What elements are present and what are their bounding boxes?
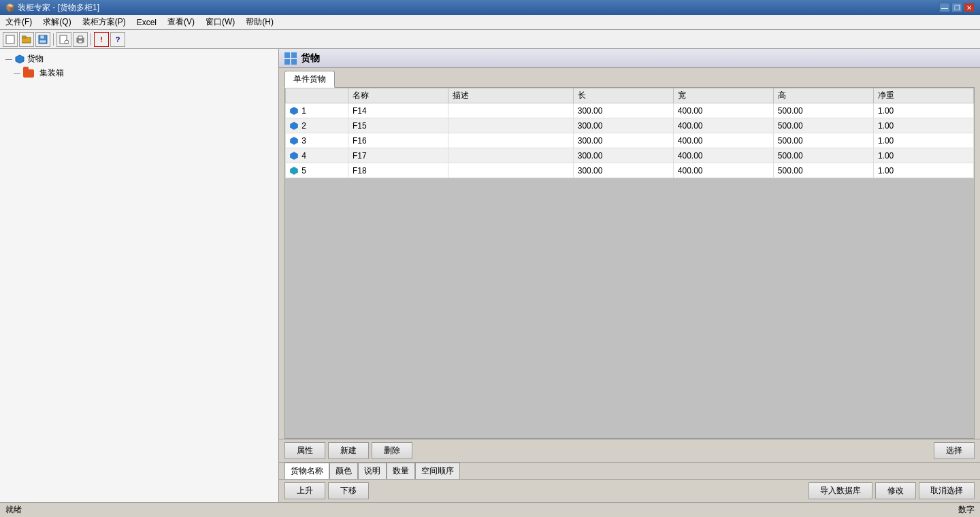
cell-width: 400.00 [673,133,773,148]
down-button[interactable]: 下移 [328,482,369,499]
bottom-tab-quantity[interactable]: 数量 [387,463,415,479]
title-bar-controls: — ❐ ✕ [939,3,975,12]
cell-rownum: 2 [286,118,348,133]
toolbar-separator-1 [53,33,54,46]
cell-desc [448,103,573,118]
table-row[interactable]: 5 F18 300.00 400.00 500.00 1.00 [286,163,974,178]
import-button[interactable]: 导入数据库 [808,482,872,499]
tab-single-goods[interactable]: 单件货物 [284,71,335,88]
modify-button[interactable]: 修改 [875,482,916,499]
table-row[interactable]: 1 F14 300.00 400.00 500.00 1.00 [286,103,974,118]
right-panel: 货物 单件货物 名称 描述 长 宽 高 净重 [279,49,980,502]
cell-name: F17 [348,148,448,163]
toolbar-print[interactable] [73,32,88,47]
col-weight: 净重 [873,88,973,103]
close-button[interactable]: ✕ [964,3,975,12]
cell-name: F15 [348,118,448,133]
sidebar-goods-label: 货物 [27,53,44,65]
sidebar-container-label: 集装箱 [39,67,64,79]
svg-marker-19 [291,137,298,145]
restore-button[interactable]: ❐ [951,3,962,12]
status-text: 就绪 [5,504,22,516]
row-icon [290,137,298,145]
panel-header: 货物 [279,49,980,68]
table-body: 1 F14 300.00 400.00 500.00 1.00 2 F15 30… [286,103,974,178]
col-desc: 描述 [448,88,573,103]
svg-rect-11 [78,40,82,43]
toolbar-save[interactable] [35,32,50,47]
cell-height: 500.00 [773,163,873,178]
container-folder-icon [23,69,34,78]
cell-desc [448,133,573,148]
toolbar-print-preview[interactable] [56,32,71,47]
window-title: 装柜专家 - [货物多柜1] [18,2,99,14]
bottom-tabs: 货物名称 颜色 说明 数量 空间顺序 [279,462,980,480]
main-container: — 货物 — 集装箱 货物 单件货物 [0,49,980,502]
cell-width: 400.00 [673,148,773,163]
cell-height: 500.00 [773,148,873,163]
row-icon [290,122,298,130]
toolbar-help[interactable]: ? [110,32,125,47]
bottom-tab-color[interactable]: 颜色 [329,463,358,479]
toolbar-open[interactable] [19,32,34,47]
cell-rownum: 1 [286,103,348,118]
status-bar: 就绪 数字 [0,502,980,517]
properties-button[interactable]: 属性 [284,442,325,459]
bottom-buttons-1: 属性 新建 删除 选择 [279,439,980,462]
toolbar-exclaim[interactable]: ! [94,32,109,47]
svg-marker-20 [291,152,298,160]
col-height: 高 [773,88,873,103]
cell-weight: 1.00 [873,148,973,163]
cell-weight: 1.00 [873,133,973,148]
table-row[interactable]: 3 F16 300.00 400.00 500.00 1.00 [286,133,974,148]
panel-title: 货物 [301,52,320,65]
sidebar-item-goods[interactable]: — 货物 [3,52,276,66]
cell-rownum: 5 [286,163,348,178]
cell-height: 500.00 [773,103,873,118]
bottom-tab-desc[interactable]: 说明 [358,463,387,479]
cell-length: 300.00 [573,163,673,178]
bottom-buttons-2: 上升 下移 导入数据库 修改 取消选择 [279,480,980,502]
cell-width: 400.00 [673,118,773,133]
toolbar-new[interactable] [3,32,18,47]
delete-button[interactable]: 删除 [372,442,412,459]
tabs-bar: 单件货物 [279,68,980,87]
cell-rownum: 4 [286,148,348,163]
menu-file[interactable]: 文件(F) [0,15,37,29]
bottom-tab-order[interactable]: 空间顺序 [415,463,460,479]
minimize-button[interactable]: — [939,3,950,12]
menu-plan[interactable]: 装柜方案(P) [77,15,131,29]
col-name: 名称 [348,88,448,103]
col-width: 宽 [673,88,773,103]
row-icon [290,152,298,160]
select-button[interactable]: 选择 [934,442,975,459]
sidebar-item-container[interactable]: — 集装箱 [3,66,276,80]
menu-excel[interactable]: Excel [131,16,162,29]
svg-marker-12 [16,55,24,63]
toolbar: ! ? [0,30,980,49]
app-icon: 📦 [5,3,15,12]
new-button[interactable]: 新建 [328,442,369,459]
bottom-tab-name[interactable]: 货物名称 [284,463,329,479]
sidebar: — 货物 — 集装箱 [0,49,279,502]
tree-expand-icon: — [5,55,12,63]
cell-desc [448,118,573,133]
menu-solve[interactable]: 求解(Q) [37,15,76,29]
svg-rect-16 [291,59,297,65]
cell-length: 300.00 [573,118,673,133]
menu-window[interactable]: 窗口(W) [200,15,240,29]
row-icon [290,107,298,115]
menu-help[interactable]: 帮助(H) [240,15,279,29]
cell-height: 500.00 [773,133,873,148]
table-header-row: 名称 描述 长 宽 高 净重 [286,88,974,103]
table-row[interactable]: 4 F17 300.00 400.00 500.00 1.00 [286,148,974,163]
menu-view[interactable]: 查看(V) [162,15,200,29]
deselect-button[interactable]: 取消选择 [919,482,975,499]
svg-rect-0 [6,35,14,44]
table-row[interactable]: 2 F15 300.00 400.00 500.00 1.00 [286,118,974,133]
cell-weight: 1.00 [873,118,973,133]
up-button[interactable]: 上升 [284,482,325,499]
cell-length: 300.00 [573,148,673,163]
table-container: 名称 描述 长 宽 高 净重 1 F14 300.00 400.00 500.0… [284,87,975,439]
svg-rect-13 [284,52,290,58]
